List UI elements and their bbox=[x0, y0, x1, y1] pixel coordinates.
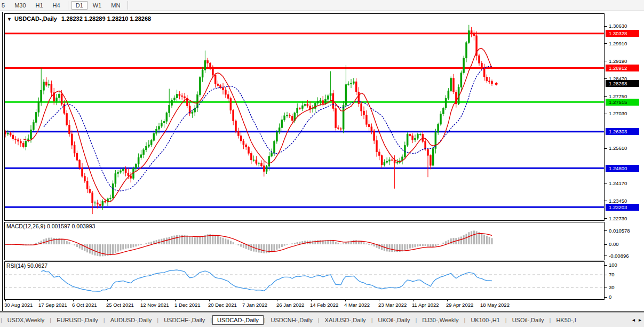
macd-histogram-bar bbox=[112, 244, 114, 254]
macd-histogram-bar bbox=[79, 244, 81, 249]
candle-body bbox=[419, 134, 421, 135]
macd-histogram-bar bbox=[450, 238, 452, 244]
main-chart-panel[interactable] bbox=[5, 14, 605, 221]
macd-histogram-bar bbox=[427, 244, 429, 246]
candle-body bbox=[322, 101, 324, 104]
price-tick-label: 1.29190 bbox=[609, 58, 627, 65]
candle-body bbox=[345, 84, 347, 105]
macd-histogram-bar bbox=[138, 244, 139, 245]
ohlc-values: 1.28232 1.28289 1.28210 1.28268 bbox=[61, 15, 151, 22]
candle-body bbox=[430, 155, 431, 165]
macd-histogram-bar bbox=[69, 242, 70, 244]
macd-histogram-bar bbox=[128, 244, 129, 248]
macd-histogram-bar bbox=[109, 244, 111, 256]
candle-body bbox=[335, 108, 337, 127]
macd-histogram-bar bbox=[407, 244, 408, 249]
candle-body bbox=[171, 100, 173, 106]
candle-body bbox=[317, 101, 319, 103]
macd-histogram-bar bbox=[189, 236, 190, 244]
macd-histogram-bar bbox=[476, 231, 478, 244]
candle-body bbox=[432, 149, 434, 166]
candle-body bbox=[48, 84, 50, 85]
macd-histogram-bar bbox=[312, 241, 314, 244]
candle-body bbox=[361, 104, 362, 111]
rsi-panel[interactable] bbox=[5, 262, 605, 300]
candle-body bbox=[258, 163, 260, 163]
candle-body bbox=[161, 123, 162, 126]
candle-body bbox=[89, 189, 91, 193]
price-chart-canvas[interactable] bbox=[0, 0, 644, 327]
macd-histogram-bar bbox=[271, 244, 273, 252]
tab-audusd-daily[interactable]: AUDUSD-,Daily bbox=[106, 315, 157, 325]
macd-label: MACD(12,26,9) 0.001597 0.003993 bbox=[6, 223, 95, 229]
macd-histogram-bar bbox=[340, 244, 341, 244]
symbol-label: USDCAD-,Daily bbox=[14, 15, 57, 22]
macd-histogram-bar bbox=[353, 240, 354, 244]
date-label: 25 Oct 2021 bbox=[106, 302, 134, 308]
tab-xauusd-daily[interactable]: XAUUSD-,Daily bbox=[320, 315, 371, 325]
candle-body bbox=[386, 161, 388, 162]
macd-histogram-bar bbox=[150, 242, 152, 244]
candle-body bbox=[173, 98, 175, 100]
candle-body bbox=[276, 132, 277, 141]
candle-body bbox=[289, 115, 290, 116]
macd-histogram-bar bbox=[133, 244, 134, 248]
candle-body bbox=[235, 121, 237, 131]
macd-histogram-bar bbox=[281, 244, 283, 247]
macd-histogram-bar bbox=[225, 238, 226, 244]
macd-histogram-bar bbox=[279, 244, 280, 249]
candle-body bbox=[274, 141, 275, 153]
candle-body bbox=[69, 125, 70, 134]
candle-body bbox=[353, 82, 354, 83]
candle-body bbox=[130, 176, 132, 179]
date-label: 29 Apr 2022 bbox=[446, 302, 473, 308]
tab-eurusd-daily[interactable]: EURUSD-,Daily bbox=[52, 315, 103, 325]
tab-usdchf-daily[interactable]: USDCHF-,Daily bbox=[159, 315, 210, 325]
candle-body bbox=[192, 112, 193, 113]
macd-histogram-bar bbox=[438, 244, 439, 245]
candle-body bbox=[348, 84, 349, 84]
tab-ukoil-daily[interactable]: UKOil-,Daily bbox=[373, 315, 415, 325]
candle-body bbox=[207, 60, 209, 63]
macd-histogram-bar bbox=[266, 244, 267, 253]
macd-histogram-bar bbox=[404, 244, 406, 251]
tab-scroll-left-icon[interactable]: ◂ bbox=[632, 317, 635, 323]
macd-histogram-bar bbox=[99, 244, 101, 256]
macd-histogram-bar bbox=[76, 244, 78, 247]
candle-body bbox=[184, 97, 186, 98]
macd-histogram-bar bbox=[365, 243, 367, 244]
macd-histogram-bar bbox=[363, 242, 365, 244]
tab-usdx-weekly[interactable]: USDX,Weekly bbox=[3, 315, 49, 325]
date-label: 1 Dec 2021 bbox=[174, 302, 201, 308]
date-label: 30 Aug 2021 bbox=[4, 302, 33, 308]
macd-histogram-bar bbox=[440, 244, 442, 244]
macd-histogram-bar bbox=[381, 244, 383, 250]
tab-dj30-weekly[interactable]: DJ30-,Weekly bbox=[417, 315, 463, 325]
candle-body bbox=[56, 98, 58, 101]
macd-histogram-bar bbox=[263, 244, 265, 253]
macd-histogram-bar bbox=[425, 244, 426, 246]
tab-usdcad-daily[interactable]: USDCAD-,Daily bbox=[212, 315, 264, 325]
candle-body bbox=[227, 94, 229, 98]
tab-usoil-daily[interactable]: USOil-,Daily bbox=[507, 315, 549, 325]
macd-histogram-bar bbox=[287, 244, 288, 245]
macd-histogram-bar bbox=[186, 235, 188, 244]
macd-histogram-bar bbox=[430, 244, 431, 247]
tab-scroll-arrows: ◂ ▸ bbox=[631, 317, 644, 323]
candle-body bbox=[7, 133, 9, 134]
macd-histogram-bar bbox=[135, 244, 137, 246]
tab-usdcnh-daily[interactable]: USDCNH-,Daily bbox=[266, 315, 317, 325]
candle-body bbox=[268, 156, 270, 166]
tab-hk50-i[interactable]: HK50-,I bbox=[551, 315, 581, 325]
macd-histogram-bar bbox=[212, 235, 213, 244]
tab-scroll-right-icon[interactable]: ▸ bbox=[639, 317, 641, 323]
symbol-dropdown-icon[interactable]: ▼ bbox=[7, 17, 12, 22]
candle-body bbox=[176, 94, 178, 98]
candle-body bbox=[163, 121, 165, 123]
macd-histogram-bar bbox=[71, 244, 73, 244]
candle-body bbox=[179, 94, 180, 96]
macd-histogram-bar bbox=[422, 244, 424, 246]
tab-uk100-h1[interactable]: UK100-,H1 bbox=[466, 315, 504, 325]
macd-histogram-bar bbox=[289, 244, 290, 244]
candle-body bbox=[233, 110, 234, 121]
